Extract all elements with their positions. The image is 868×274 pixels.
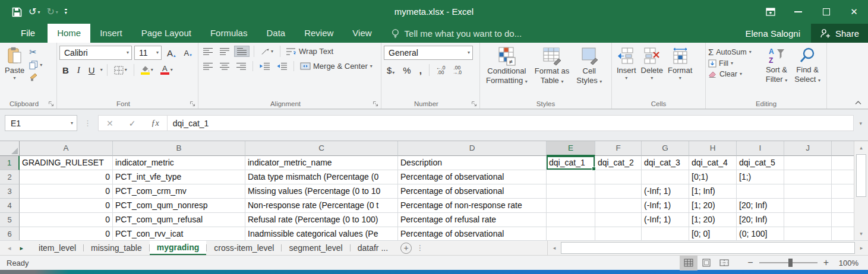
cell-C1[interactable]: indicator_metric_name xyxy=(245,156,398,170)
cell-F2[interactable] xyxy=(595,170,642,184)
cell-A4[interactable]: 0 xyxy=(20,199,113,213)
format-cells-button[interactable]: Format ▾ xyxy=(665,46,695,98)
cell-B1[interactable]: indicator_metric xyxy=(113,156,245,170)
cell-J6[interactable] xyxy=(784,227,832,240)
cell-E1[interactable]: dqi_cat_1 xyxy=(547,156,595,170)
copy-button[interactable]: ▾ xyxy=(29,60,42,69)
paste-button[interactable]: Paste ▾ xyxy=(2,46,27,98)
enter-button[interactable]: ✓ xyxy=(121,119,144,128)
cell-C3[interactable]: Missing values (Percentage (0 to 10 xyxy=(245,184,398,199)
cell-H6[interactable]: [0; 0] xyxy=(689,227,737,240)
column-header-C[interactable]: C xyxy=(245,141,398,156)
zoom-slider[interactable] xyxy=(759,262,818,263)
formula-input[interactable]: dqi_cat_1 xyxy=(168,115,854,131)
cell-C2[interactable]: Data type mismatch (Percentage (0 xyxy=(245,170,398,184)
collapse-ribbon-button[interactable] xyxy=(854,100,862,105)
cell-G3[interactable]: (-Inf; 1) xyxy=(642,184,689,199)
tell-me-box[interactable]: Tell me what you want to do... xyxy=(391,24,522,43)
tab-data[interactable]: Data xyxy=(257,24,295,43)
clear-button[interactable]: Clear▾ xyxy=(708,70,762,78)
underline-button[interactable]: U xyxy=(86,65,98,76)
cell-I1[interactable]: dqi_cat_5 xyxy=(737,156,784,170)
sheet-next-icon[interactable]: ▸ xyxy=(20,244,24,252)
cell-D1[interactable]: Description xyxy=(398,156,547,170)
alignment-dialog-launcher[interactable] xyxy=(373,101,378,107)
ribbon-display-options-button[interactable] xyxy=(756,0,784,24)
cell-H4[interactable]: [1; 20) xyxy=(689,199,737,213)
row-header-6[interactable]: 6 xyxy=(0,227,20,240)
delete-cells-button[interactable]: Delete ▾ xyxy=(639,46,666,98)
cell-F1[interactable]: dqi_cat_2 xyxy=(595,156,642,170)
fill-color-button[interactable]: ▾ xyxy=(138,64,156,76)
horizontal-scroll-thumb[interactable] xyxy=(561,242,855,254)
cell-E2[interactable] xyxy=(547,170,595,184)
increase-font-size-button[interactable]: A▴ xyxy=(164,47,179,59)
cell-F5[interactable] xyxy=(595,213,642,227)
row-header-2[interactable]: 2 xyxy=(0,170,20,184)
tab-review[interactable]: Review xyxy=(295,24,343,43)
percent-style-button[interactable]: % xyxy=(400,65,414,76)
vertical-scrollbar[interactable]: ▴ ▾ xyxy=(854,141,868,240)
undo-button[interactable]: ↺▾ xyxy=(29,7,40,17)
cell-H5[interactable]: [1; 20) xyxy=(689,213,737,227)
decrease-decimal-button[interactable]: .00→.0 xyxy=(450,64,464,76)
maximize-button[interactable] xyxy=(812,0,840,24)
format-painter-button[interactable] xyxy=(29,72,42,81)
cell-A2[interactable]: 0 xyxy=(20,170,113,184)
cell-F6[interactable] xyxy=(595,227,642,240)
vertical-scroll-thumb[interactable] xyxy=(856,154,866,197)
cell-J4[interactable] xyxy=(784,199,832,213)
horizontal-scrollbar[interactable]: ◂ ▸ xyxy=(547,241,868,255)
cell-G5[interactable]: (-Inf; 1) xyxy=(642,213,689,227)
zoom-slider-thumb[interactable] xyxy=(788,259,793,267)
minimize-button[interactable] xyxy=(784,0,812,24)
cell-E4[interactable] xyxy=(547,199,595,213)
row-header-4[interactable]: 4 xyxy=(0,199,20,213)
tab-home[interactable]: Home xyxy=(48,24,90,43)
column-header-G[interactable]: G xyxy=(642,141,689,156)
cell-H1[interactable]: dqi_cat_4 xyxy=(689,156,737,170)
sheet-tab-cross-item-level[interactable]: cross-item_level xyxy=(207,241,281,255)
tab-insert[interactable]: Insert xyxy=(90,24,132,43)
cell-B4[interactable]: PCT_com_qum_nonresp xyxy=(113,199,245,213)
cell-I5[interactable]: [20; Inf) xyxy=(737,213,784,227)
cell-I6[interactable]: (0; 100] xyxy=(737,227,784,240)
share-button[interactable]: Share xyxy=(811,24,868,43)
fill-button[interactable]: Fill▾ xyxy=(708,59,762,68)
cell-H3[interactable]: [1; Inf) xyxy=(689,184,737,199)
tab-page-layout[interactable]: Page Layout xyxy=(132,24,201,43)
cell-D6[interactable]: Percentage of observational xyxy=(398,227,547,240)
sheet-tab-datafr-[interactable]: datafr ... xyxy=(351,241,395,255)
merge-center-button[interactable]: Merge & Center▾ xyxy=(298,61,374,71)
decrease-indent-button[interactable] xyxy=(257,61,272,71)
top-align-button[interactable] xyxy=(201,46,215,56)
column-header-H[interactable]: H xyxy=(689,141,737,156)
row-header-1[interactable]: 1 xyxy=(0,156,20,170)
row-header-5[interactable]: 5 xyxy=(0,213,20,227)
sheet-tab-options-icon[interactable]: ⋮ xyxy=(416,244,424,252)
cell-B2[interactable]: PCT_int_vfe_type xyxy=(113,170,245,184)
grid[interactable]: ABCDEFGHIJ1GRADING_RULESETindicator_metr… xyxy=(0,141,854,240)
sheet-prev-icon[interactable]: ◂ xyxy=(8,244,11,252)
zoom-in-button[interactable]: + xyxy=(818,257,835,268)
wrap-text-button[interactable]: Wrap Text xyxy=(285,46,335,56)
cell-C4[interactable]: Non-response rate (Percentage (0 t xyxy=(245,199,398,213)
cell-J1[interactable] xyxy=(784,156,832,170)
normal-view-button[interactable] xyxy=(680,256,697,270)
decrease-font-size-button[interactable]: A▾ xyxy=(181,48,195,58)
column-header-D[interactable]: D xyxy=(398,141,547,156)
redo-button[interactable]: ↻▾ xyxy=(46,7,58,17)
cell-D2[interactable]: Percentage of observational xyxy=(398,170,547,184)
column-header-J[interactable]: J xyxy=(784,141,832,156)
italic-button[interactable]: I xyxy=(74,65,83,76)
column-header-A[interactable]: A xyxy=(20,141,113,156)
orientation-button[interactable]: ▾ xyxy=(258,46,276,56)
sheet-tab-item-level[interactable]: item_level xyxy=(31,241,83,255)
account-user[interactable]: Elena Salogni xyxy=(745,24,811,43)
cell-styles-button[interactable]: Cell Styles ▾ xyxy=(573,46,605,98)
number-dialog-launcher[interactable] xyxy=(471,101,477,107)
insert-cells-button[interactable]: Insert ▾ xyxy=(614,46,639,98)
autosum-button[interactable]: ΣAutoSum▾ xyxy=(708,47,762,57)
cell-B5[interactable]: PCT_com_qum_refusal xyxy=(113,213,245,227)
font-name-combo[interactable]: Calibri▾ xyxy=(59,46,132,60)
